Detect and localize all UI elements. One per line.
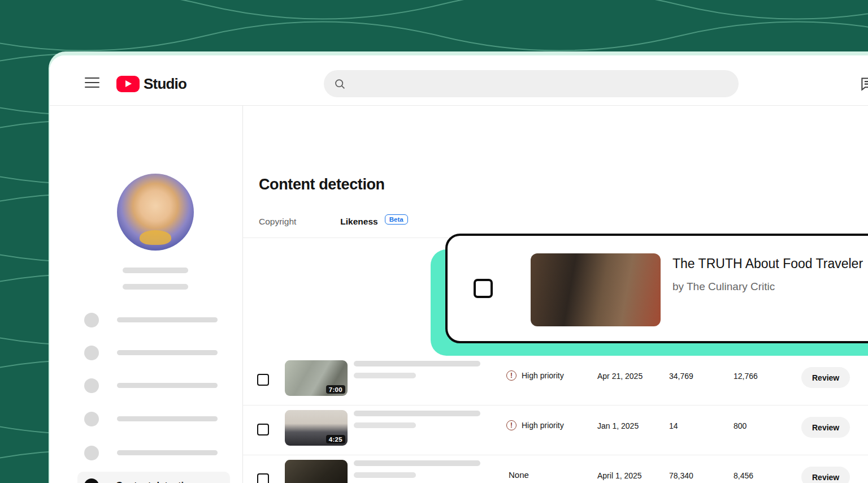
- priority-label: High priority: [522, 371, 564, 380]
- views-cell: 78,340: [669, 471, 693, 480]
- sidebar-item-skeleton[interactable]: [77, 446, 236, 460]
- featured-video-title: The TRUTH About Food Traveler: [672, 256, 863, 271]
- video-thumbnail[interactable]: 4:25: [285, 410, 348, 446]
- detections-table: 7:00 ! High priority Apr 21, 2025 34,769…: [243, 356, 868, 483]
- views-cell: 14: [669, 421, 678, 430]
- skeleton-channel-name: [123, 268, 188, 273]
- main-content: Content detection Copyright Likeness Bet…: [243, 106, 868, 483]
- channel-avatar[interactable]: [117, 174, 194, 251]
- likeness-views-cell: 8,456: [734, 471, 753, 480]
- sidebar-item-skeleton[interactable]: [77, 313, 236, 327]
- tab-bar: Copyright Likeness Beta: [259, 217, 408, 227]
- row-checkbox[interactable]: [257, 424, 269, 435]
- skeleton-video-title: [354, 411, 480, 416]
- menu-hamburger-icon[interactable]: [85, 77, 99, 88]
- warning-icon: !: [506, 420, 517, 430]
- marketing-canvas: Studio C: [0, 0, 868, 483]
- sidebar: C Content detection: [50, 106, 243, 483]
- featured-video-thumbnail[interactable]: [531, 253, 661, 326]
- skeleton-video-subtitle: [354, 373, 416, 378]
- priority-cell: ! None: [506, 470, 529, 480]
- skeleton-video-title: [354, 361, 480, 366]
- search-bar[interactable]: [324, 70, 739, 97]
- sidebar-item-skeleton[interactable]: [77, 378, 236, 393]
- priority-cell: ! High priority: [506, 370, 564, 381]
- youtube-studio-logo[interactable]: Studio: [116, 75, 186, 93]
- row-checkbox[interactable]: [257, 473, 269, 483]
- priority-label: High priority: [522, 421, 564, 430]
- table-row: 7:00 ! High priority Apr 21, 2025 34,769…: [243, 356, 868, 406]
- video-thumbnail[interactable]: 7:00: [285, 360, 348, 396]
- views-cell: 34,769: [669, 372, 693, 381]
- app-header: Studio: [50, 55, 868, 106]
- priority-label: None: [509, 470, 529, 480]
- skeleton-channel-handle: [123, 284, 188, 290]
- featured-row-checkbox[interactable]: [474, 279, 493, 298]
- featured-video-byline: by The Culinary Critic: [672, 281, 775, 293]
- brand-name: Studio: [144, 75, 186, 93]
- likeness-views-cell: 12,766: [734, 372, 758, 381]
- video-thumbnail[interactable]: 6:12: [285, 460, 348, 483]
- tab-copyright[interactable]: Copyright: [259, 217, 296, 227]
- search-input[interactable]: [351, 79, 706, 89]
- skeleton-video-subtitle: [354, 422, 416, 428]
- featured-detection-row[interactable]: The TRUTH About Food Traveler by The Cul…: [445, 234, 868, 343]
- skeleton-video-title: [354, 460, 480, 466]
- likeness-views-cell: 800: [734, 421, 747, 430]
- skeleton-video-subtitle: [354, 472, 416, 478]
- table-row: 6:12 ! None April 1, 2025 78,340 8,456 R…: [243, 455, 868, 483]
- sidebar-item-label: Content detection: [116, 480, 195, 483]
- feedback-icon[interactable]: [860, 76, 868, 93]
- review-button[interactable]: Review: [801, 367, 850, 388]
- sidebar-item-skeleton[interactable]: [77, 346, 236, 360]
- date-cell: April 1, 2025: [597, 471, 642, 480]
- date-cell: Jan 1, 2025: [597, 421, 639, 430]
- priority-cell: ! High priority: [506, 420, 564, 430]
- sidebar-item-skeleton[interactable]: [77, 412, 236, 426]
- beta-badge: Beta: [385, 214, 408, 225]
- date-cell: Apr 21, 2025: [597, 372, 643, 381]
- review-button[interactable]: Review: [801, 417, 850, 438]
- row-checkbox[interactable]: [257, 374, 269, 386]
- page-title: Content detection: [259, 176, 385, 193]
- warning-icon: !: [506, 370, 517, 381]
- sidebar-item-content-detection[interactable]: C Content detection: [77, 472, 230, 483]
- copyright-circle-icon: C: [84, 478, 99, 483]
- table-row: 4:25 ! High priority Jan 1, 2025 14 800 …: [243, 406, 868, 455]
- search-icon: [334, 78, 346, 90]
- tab-likeness[interactable]: Likeness: [340, 217, 377, 227]
- studio-app-window: Studio C: [50, 55, 868, 483]
- duration-badge: 4:25: [326, 435, 345, 443]
- youtube-play-icon: [116, 76, 140, 92]
- review-button[interactable]: Review: [801, 467, 850, 483]
- duration-badge: 7:00: [326, 385, 345, 394]
